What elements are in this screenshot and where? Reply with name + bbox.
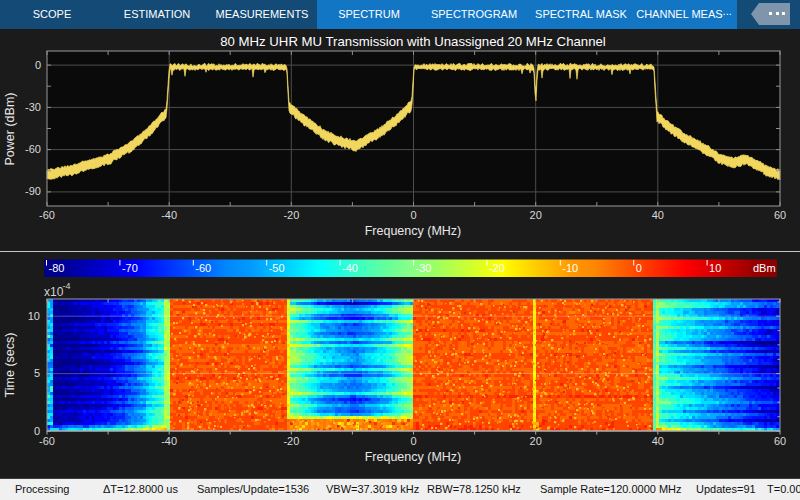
svg-text:10: 10 (709, 262, 721, 274)
svg-text:-60: -60 (25, 143, 41, 155)
svg-text:-90: -90 (25, 185, 41, 197)
svg-text:-40: -40 (342, 262, 358, 274)
svg-text:Frequency (MHz): Frequency (MHz) (365, 450, 462, 464)
svg-text:dBm: dBm (753, 262, 776, 274)
svg-text:5: 5 (34, 367, 40, 379)
svg-text:40: 40 (652, 435, 664, 447)
svg-text:-40: -40 (161, 209, 177, 221)
svg-text:-60: -60 (195, 262, 211, 274)
svg-text:Power (dBm): Power (dBm) (3, 93, 17, 166)
svg-text:60: 60 (774, 435, 786, 447)
svg-text:40: 40 (652, 209, 664, 221)
svg-text:20: 20 (530, 435, 542, 447)
svg-text:20: 20 (530, 209, 542, 221)
svg-text:0: 0 (636, 262, 642, 274)
svg-text:-20: -20 (489, 262, 505, 274)
svg-text:Time (secs): Time (secs) (3, 333, 17, 398)
svg-text:-20: -20 (283, 209, 299, 221)
svg-text:80 MHz UHR MU Transmission wit: 80 MHz UHR MU Transmission with Unassign… (220, 34, 606, 49)
svg-text:0: 0 (410, 209, 416, 221)
svg-text:-60: -60 (39, 209, 55, 221)
svg-text:x10: x10 (44, 285, 64, 299)
svg-text:-50: -50 (269, 262, 285, 274)
svg-text:-40: -40 (161, 435, 177, 447)
svg-text:Frequency (MHz): Frequency (MHz) (365, 224, 462, 238)
svg-text:0: 0 (35, 59, 41, 71)
svg-text:-30: -30 (416, 262, 432, 274)
svg-text:0: 0 (410, 435, 416, 447)
svg-text:-80: -80 (49, 262, 65, 274)
svg-text:-30: -30 (25, 101, 41, 113)
svg-text:-10: -10 (562, 262, 578, 274)
svg-text:-20: -20 (283, 435, 299, 447)
svg-text:-4: -4 (63, 281, 71, 291)
svg-text:-60: -60 (39, 435, 55, 447)
svg-text:-70: -70 (122, 262, 138, 274)
svg-text:10: 10 (28, 310, 40, 322)
svg-text:60: 60 (774, 209, 786, 221)
